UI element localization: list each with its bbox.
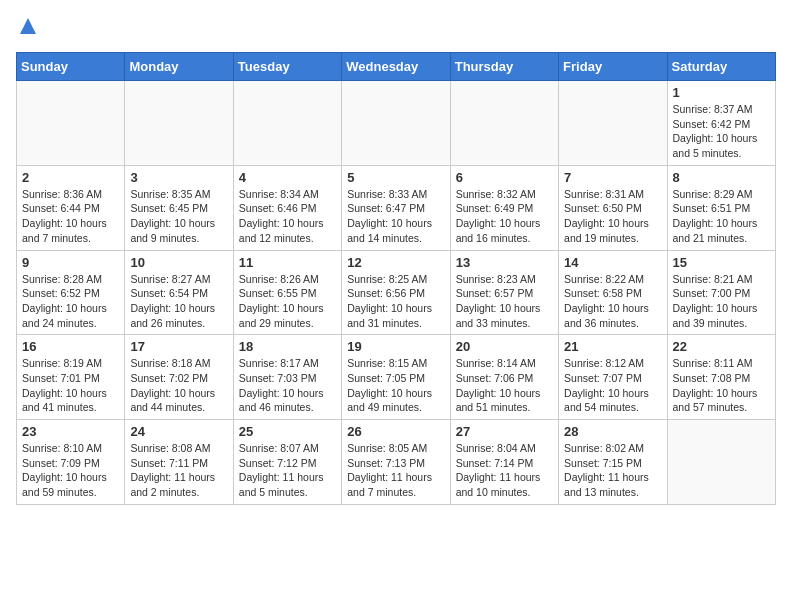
day-info: Sunrise: 8:27 AM Sunset: 6:54 PM Dayligh…: [130, 272, 227, 331]
calendar-cell: 20Sunrise: 8:14 AM Sunset: 7:06 PM Dayli…: [450, 335, 558, 420]
calendar-cell: 27Sunrise: 8:04 AM Sunset: 7:14 PM Dayli…: [450, 420, 558, 505]
day-info: Sunrise: 8:02 AM Sunset: 7:15 PM Dayligh…: [564, 441, 661, 500]
day-info: Sunrise: 8:23 AM Sunset: 6:57 PM Dayligh…: [456, 272, 553, 331]
day-info: Sunrise: 8:07 AM Sunset: 7:12 PM Dayligh…: [239, 441, 336, 500]
calendar-cell: [450, 81, 558, 166]
logo-icon: [16, 16, 40, 40]
day-info: Sunrise: 8:19 AM Sunset: 7:01 PM Dayligh…: [22, 356, 119, 415]
calendar-week-5: 23Sunrise: 8:10 AM Sunset: 7:09 PM Dayli…: [17, 420, 776, 505]
calendar-cell: [342, 81, 450, 166]
calendar-cell: 28Sunrise: 8:02 AM Sunset: 7:15 PM Dayli…: [559, 420, 667, 505]
day-number: 1: [673, 85, 770, 100]
day-info: Sunrise: 8:33 AM Sunset: 6:47 PM Dayligh…: [347, 187, 444, 246]
calendar-cell: 6Sunrise: 8:32 AM Sunset: 6:49 PM Daylig…: [450, 165, 558, 250]
calendar-cell: 26Sunrise: 8:05 AM Sunset: 7:13 PM Dayli…: [342, 420, 450, 505]
calendar-cell: 24Sunrise: 8:08 AM Sunset: 7:11 PM Dayli…: [125, 420, 233, 505]
day-info: Sunrise: 8:37 AM Sunset: 6:42 PM Dayligh…: [673, 102, 770, 161]
day-number: 3: [130, 170, 227, 185]
calendar-cell: [667, 420, 775, 505]
calendar-header-row: SundayMondayTuesdayWednesdayThursdayFrid…: [17, 53, 776, 81]
calendar-table: SundayMondayTuesdayWednesdayThursdayFrid…: [16, 52, 776, 505]
calendar-cell: 15Sunrise: 8:21 AM Sunset: 7:00 PM Dayli…: [667, 250, 775, 335]
calendar-cell: 23Sunrise: 8:10 AM Sunset: 7:09 PM Dayli…: [17, 420, 125, 505]
day-number: 15: [673, 255, 770, 270]
day-number: 9: [22, 255, 119, 270]
day-info: Sunrise: 8:32 AM Sunset: 6:49 PM Dayligh…: [456, 187, 553, 246]
day-info: Sunrise: 8:18 AM Sunset: 7:02 PM Dayligh…: [130, 356, 227, 415]
day-info: Sunrise: 8:10 AM Sunset: 7:09 PM Dayligh…: [22, 441, 119, 500]
day-info: Sunrise: 8:05 AM Sunset: 7:13 PM Dayligh…: [347, 441, 444, 500]
column-header-monday: Monday: [125, 53, 233, 81]
day-info: Sunrise: 8:25 AM Sunset: 6:56 PM Dayligh…: [347, 272, 444, 331]
calendar-cell: 13Sunrise: 8:23 AM Sunset: 6:57 PM Dayli…: [450, 250, 558, 335]
day-number: 28: [564, 424, 661, 439]
day-number: 5: [347, 170, 444, 185]
calendar-cell: 21Sunrise: 8:12 AM Sunset: 7:07 PM Dayli…: [559, 335, 667, 420]
calendar-cell: [559, 81, 667, 166]
calendar-cell: 12Sunrise: 8:25 AM Sunset: 6:56 PM Dayli…: [342, 250, 450, 335]
day-info: Sunrise: 8:14 AM Sunset: 7:06 PM Dayligh…: [456, 356, 553, 415]
day-number: 13: [456, 255, 553, 270]
calendar-cell: 5Sunrise: 8:33 AM Sunset: 6:47 PM Daylig…: [342, 165, 450, 250]
day-info: Sunrise: 8:17 AM Sunset: 7:03 PM Dayligh…: [239, 356, 336, 415]
day-number: 14: [564, 255, 661, 270]
calendar-cell: 22Sunrise: 8:11 AM Sunset: 7:08 PM Dayli…: [667, 335, 775, 420]
svg-marker-0: [20, 18, 36, 34]
calendar-cell: 16Sunrise: 8:19 AM Sunset: 7:01 PM Dayli…: [17, 335, 125, 420]
day-info: Sunrise: 8:31 AM Sunset: 6:50 PM Dayligh…: [564, 187, 661, 246]
calendar-cell: 8Sunrise: 8:29 AM Sunset: 6:51 PM Daylig…: [667, 165, 775, 250]
day-number: 11: [239, 255, 336, 270]
day-number: 18: [239, 339, 336, 354]
column-header-thursday: Thursday: [450, 53, 558, 81]
calendar-cell: 25Sunrise: 8:07 AM Sunset: 7:12 PM Dayli…: [233, 420, 341, 505]
day-info: Sunrise: 8:35 AM Sunset: 6:45 PM Dayligh…: [130, 187, 227, 246]
day-info: Sunrise: 8:11 AM Sunset: 7:08 PM Dayligh…: [673, 356, 770, 415]
day-info: Sunrise: 8:28 AM Sunset: 6:52 PM Dayligh…: [22, 272, 119, 331]
day-info: Sunrise: 8:34 AM Sunset: 6:46 PM Dayligh…: [239, 187, 336, 246]
calendar-cell: 2Sunrise: 8:36 AM Sunset: 6:44 PM Daylig…: [17, 165, 125, 250]
day-number: 16: [22, 339, 119, 354]
day-info: Sunrise: 8:36 AM Sunset: 6:44 PM Dayligh…: [22, 187, 119, 246]
calendar-week-1: 1Sunrise: 8:37 AM Sunset: 6:42 PM Daylig…: [17, 81, 776, 166]
column-header-friday: Friday: [559, 53, 667, 81]
day-info: Sunrise: 8:26 AM Sunset: 6:55 PM Dayligh…: [239, 272, 336, 331]
day-number: 27: [456, 424, 553, 439]
day-info: Sunrise: 8:08 AM Sunset: 7:11 PM Dayligh…: [130, 441, 227, 500]
day-number: 23: [22, 424, 119, 439]
calendar-cell: [17, 81, 125, 166]
calendar-cell: 11Sunrise: 8:26 AM Sunset: 6:55 PM Dayli…: [233, 250, 341, 335]
day-number: 10: [130, 255, 227, 270]
day-number: 2: [22, 170, 119, 185]
day-number: 7: [564, 170, 661, 185]
day-number: 22: [673, 339, 770, 354]
day-info: Sunrise: 8:22 AM Sunset: 6:58 PM Dayligh…: [564, 272, 661, 331]
day-info: Sunrise: 8:29 AM Sunset: 6:51 PM Dayligh…: [673, 187, 770, 246]
day-number: 20: [456, 339, 553, 354]
day-number: 4: [239, 170, 336, 185]
calendar-cell: 7Sunrise: 8:31 AM Sunset: 6:50 PM Daylig…: [559, 165, 667, 250]
day-info: Sunrise: 8:12 AM Sunset: 7:07 PM Dayligh…: [564, 356, 661, 415]
day-number: 21: [564, 339, 661, 354]
day-number: 26: [347, 424, 444, 439]
calendar-week-2: 2Sunrise: 8:36 AM Sunset: 6:44 PM Daylig…: [17, 165, 776, 250]
page-header: [16, 16, 776, 40]
calendar-cell: 4Sunrise: 8:34 AM Sunset: 6:46 PM Daylig…: [233, 165, 341, 250]
day-number: 24: [130, 424, 227, 439]
calendar-cell: 9Sunrise: 8:28 AM Sunset: 6:52 PM Daylig…: [17, 250, 125, 335]
calendar-cell: 19Sunrise: 8:15 AM Sunset: 7:05 PM Dayli…: [342, 335, 450, 420]
day-number: 8: [673, 170, 770, 185]
calendar-cell: 18Sunrise: 8:17 AM Sunset: 7:03 PM Dayli…: [233, 335, 341, 420]
calendar-cell: 3Sunrise: 8:35 AM Sunset: 6:45 PM Daylig…: [125, 165, 233, 250]
calendar-cell: [125, 81, 233, 166]
calendar-cell: 10Sunrise: 8:27 AM Sunset: 6:54 PM Dayli…: [125, 250, 233, 335]
column-header-tuesday: Tuesday: [233, 53, 341, 81]
calendar-week-4: 16Sunrise: 8:19 AM Sunset: 7:01 PM Dayli…: [17, 335, 776, 420]
calendar-cell: 14Sunrise: 8:22 AM Sunset: 6:58 PM Dayli…: [559, 250, 667, 335]
column-header-wednesday: Wednesday: [342, 53, 450, 81]
day-info: Sunrise: 8:21 AM Sunset: 7:00 PM Dayligh…: [673, 272, 770, 331]
day-number: 6: [456, 170, 553, 185]
calendar-cell: 1Sunrise: 8:37 AM Sunset: 6:42 PM Daylig…: [667, 81, 775, 166]
calendar-cell: [233, 81, 341, 166]
day-info: Sunrise: 8:15 AM Sunset: 7:05 PM Dayligh…: [347, 356, 444, 415]
day-number: 25: [239, 424, 336, 439]
